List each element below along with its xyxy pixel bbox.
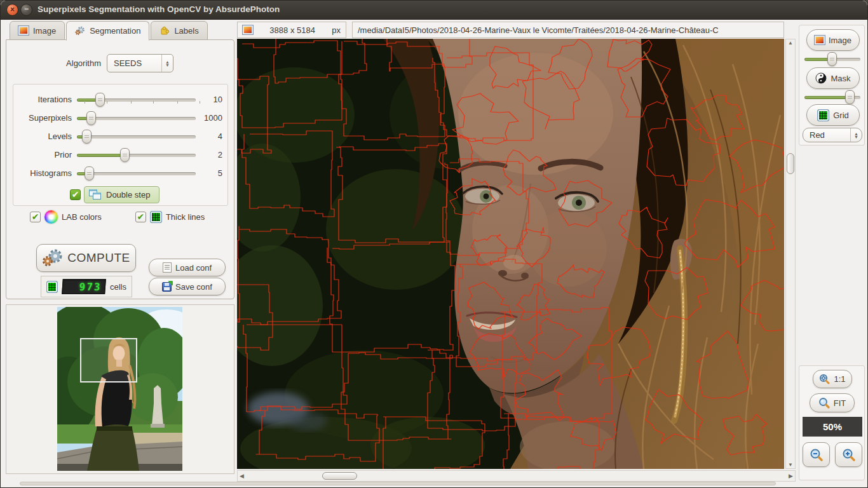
thumbnail-photo[interactable] — [57, 307, 182, 471]
scroll-down-arrow[interactable]: ▼ — [786, 462, 795, 468]
segmented-portrait-image — [237, 39, 784, 469]
histograms-slider[interactable] — [77, 168, 196, 179]
image-icon — [815, 36, 825, 44]
vertical-scroll-thumb[interactable] — [787, 153, 794, 174]
scroll-up-arrow[interactable]: ▲ — [786, 40, 795, 46]
vertical-scrollbar[interactable]: ▲ ▼ — [785, 39, 796, 469]
slider-handle[interactable] — [845, 90, 855, 104]
histograms-value: 5 — [196, 168, 227, 178]
tab-segmentation-label: Segmentation — [90, 26, 140, 36]
double-step-label: Double step — [106, 190, 150, 200]
grid-icon — [150, 211, 162, 223]
zoom-one-to-one-button[interactable]: 1:1 — [813, 370, 852, 388]
tab-labels-label: Labels — [174, 26, 198, 36]
segmentation-page: Algorithm SEEDS ▲▼ Iterations 10 Superpi… — [6, 39, 234, 299]
thumbnail-image — [57, 307, 182, 471]
prior-row: Prior 2 — [13, 146, 227, 164]
minimize-button[interactable]: − — [20, 4, 32, 16]
yin-yang-icon — [815, 72, 827, 84]
iterations-label: Iterations — [13, 95, 77, 104]
grid-layer-button[interactable]: Grid — [806, 104, 860, 126]
close-button[interactable]: × — [6, 4, 18, 16]
superpixels-slider[interactable] — [77, 112, 196, 124]
levels-label: Levels — [13, 132, 77, 141]
slider-handle[interactable] — [95, 93, 105, 107]
segmented-image-viewport[interactable] — [237, 39, 784, 469]
tab-bar: Image Segmentation Labels — [10, 21, 208, 41]
image-layer-label: Image — [829, 36, 851, 45]
slider-handle[interactable] — [85, 166, 94, 180]
double-step-button[interactable]: Double step — [84, 186, 159, 203]
load-conf-label: Load conf — [175, 263, 212, 273]
spinner-arrows-icon[interactable]: ▲▼ — [161, 55, 173, 72]
grid-color-select[interactable]: Red ▲▼ — [803, 128, 862, 142]
magnifier-minus-icon — [810, 448, 824, 462]
prior-slider[interactable] — [77, 149, 196, 161]
lab-colors-checkbox[interactable]: ✔ — [30, 212, 41, 222]
save-conf-button[interactable]: Save conf — [149, 278, 226, 295]
mask-layer-button[interactable]: Mask — [806, 67, 860, 89]
thick-lines-checkbox[interactable]: ✔ — [135, 212, 146, 222]
magnifier-icon — [818, 397, 830, 409]
prior-value: 2 — [196, 150, 227, 159]
algorithm-value: SEEDS — [107, 58, 161, 68]
algorithm-select[interactable]: SEEDS ▲▼ — [107, 54, 173, 72]
slider-handle[interactable] — [827, 52, 837, 66]
cells-counter: 973 cells — [41, 276, 132, 297]
horizontal-scroll-thumb[interactable] — [322, 472, 357, 480]
histograms-row: Histograms 5 — [13, 164, 227, 182]
bottom-groove — [20, 482, 776, 485]
scroll-right-arrow[interactable]: ▶ — [789, 473, 793, 479]
grid-color-value: Red — [803, 130, 850, 140]
tab-image[interactable]: Image — [10, 21, 65, 40]
tab-labels[interactable]: Labels — [151, 21, 207, 40]
image-icon — [243, 25, 253, 34]
scroll-left-arrow[interactable]: ◀ — [240, 473, 244, 479]
spinner-arrows-icon[interactable]: ▲▼ — [850, 128, 862, 142]
mask-opacity-slider[interactable] — [804, 92, 860, 103]
pixels-unit: px — [332, 25, 341, 35]
slider-handle[interactable] — [82, 130, 92, 144]
superpixels-row: Superpixels 1000 — [13, 109, 227, 127]
grid-layer-label: Grid — [833, 111, 849, 120]
compute-label: COMPUTE — [67, 251, 130, 265]
algorithm-label: Algorithm — [6, 58, 107, 68]
zoom-fit-button[interactable]: FIT — [810, 393, 855, 412]
levels-slider[interactable] — [77, 131, 196, 142]
cells-led-display: 973 — [62, 279, 106, 294]
image-layer-button[interactable]: Image — [806, 29, 860, 51]
iterations-row: Iterations 10 — [13, 90, 227, 109]
app-window: × − Superpixels Segmentation with OpenCV… — [0, 0, 868, 488]
window-title: Superpixels Segmentation with OpenCV by … — [37, 4, 280, 14]
zoom-group: 1:1 FIT 50% — [799, 365, 865, 480]
cells-label: cells — [110, 282, 126, 292]
tab-segmentation[interactable]: Segmentation — [66, 21, 149, 41]
gears-icon — [75, 26, 85, 36]
image-opacity-slider[interactable] — [804, 53, 860, 65]
levels-value: 4 — [196, 132, 227, 141]
double-step-row: ✔ Double step — [70, 186, 159, 203]
load-conf-button[interactable]: Load conf — [149, 259, 226, 276]
algorithm-row: Algorithm SEEDS ▲▼ — [6, 54, 234, 72]
titlebar[interactable]: × − Superpixels Segmentation with OpenCV… — [1, 1, 867, 20]
slider-handle[interactable] — [120, 148, 130, 162]
thick-lines-label: Thick lines — [166, 212, 205, 222]
zoom-one-to-one-label: 1:1 — [834, 374, 845, 384]
save-conf-label: Save conf — [175, 282, 212, 292]
double-windows-icon — [89, 189, 102, 200]
lab-colors-label: LAB colors — [62, 212, 102, 222]
options-row: ✔ LAB colors ✔ Thick lines — [6, 210, 234, 224]
horizontal-scrollbar[interactable]: ◀ ▶ — [237, 470, 796, 482]
magnifier-target-icon — [819, 374, 830, 384]
slider-handle[interactable] — [86, 111, 96, 125]
levels-row: Levels 4 — [13, 127, 227, 146]
viewport-rectangle[interactable] — [81, 339, 137, 382]
image-size-box: 3888 x 5184 px — [237, 22, 346, 38]
image-icon — [18, 26, 29, 35]
image-dimensions: 3888 x 5184 — [253, 25, 332, 35]
zoom-in-button[interactable] — [835, 442, 862, 467]
zoom-out-button[interactable] — [803, 442, 830, 467]
zoom-level-display: 50% — [803, 417, 862, 437]
double-step-checkbox[interactable]: ✔ — [70, 189, 81, 200]
compute-button[interactable]: COMPUTE — [36, 244, 136, 272]
